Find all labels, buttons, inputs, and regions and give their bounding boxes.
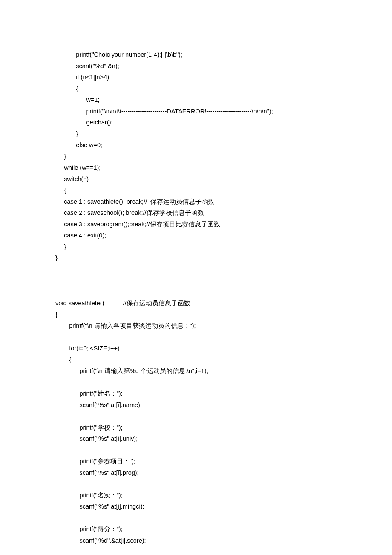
code-line: } [55, 254, 58, 261]
code-line-cjk: 保存运动员信息子函数 [127, 300, 190, 306]
code-line: for(i=0;i<SIZE;i++) [55, 345, 120, 352]
code-line: "); [117, 492, 123, 499]
code-line: { [55, 311, 58, 318]
code-line: } [55, 243, 66, 250]
code-line-cjk: 保存运动员信息子函数 [150, 198, 214, 205]
code-line-cjk: 参赛项目： [98, 458, 130, 465]
code-line: case 1 : saveathlete(); break;// [55, 198, 150, 205]
code-line: else w=0; [55, 142, 102, 148]
code-line-cjk: 请输入第 [104, 367, 130, 374]
code-line: scanf("%s",at[i].prog); [55, 469, 139, 476]
code-line: } [55, 153, 66, 160]
code-line: scanf("%d",&at[i].score); [55, 537, 146, 544]
code-line: printf(" [55, 526, 98, 532]
code-line: :\n",i+1); [185, 367, 208, 374]
code-line: void saveathlete() // [55, 300, 127, 306]
code-line: { [55, 85, 78, 92]
code-line: printf("Choic your number(1-4):[ ]\b\b")… [55, 51, 182, 58]
code-line: case 3 : saveprogram();break;// [55, 221, 150, 228]
code-line: w=1; [55, 96, 100, 103]
code-line: "); [117, 526, 123, 532]
code-block: printf("Choic your number(1-4):[ ]\b\b")… [55, 49, 337, 546]
code-line: if (n<1||n>4) [55, 74, 109, 81]
code-line: getchar(); [55, 119, 113, 126]
code-line: scanf("%s",at[i].univ); [55, 435, 138, 442]
code-line: "); [190, 322, 196, 329]
code-line: "); [117, 390, 123, 397]
code-line: printf(" [55, 390, 98, 397]
code-line-cjk: 保存学校信息子函数 [147, 209, 204, 216]
code-line-cjk: 请输入各项目获奖运动员的信息： [94, 322, 190, 329]
code-line: printf("\n [55, 322, 94, 329]
code-line-cjk: 保存项目比赛信息子函数 [150, 221, 220, 228]
code-line: { [55, 187, 66, 194]
code-line: switch(n) [55, 176, 89, 182]
code-line: scanf("%s",at[i].name); [55, 402, 142, 408]
code-line-cjk: 个运动员的信息 [141, 367, 185, 374]
code-line: } [55, 130, 78, 137]
code-line: printf(" [55, 424, 98, 431]
code-line-cjk: 学校： [98, 424, 117, 431]
code-line: printf("\n [55, 367, 104, 374]
code-line: { [55, 356, 71, 363]
code-line: scanf("%d",&n); [55, 63, 119, 69]
code-line: scanf("%s",at[i].mingci); [55, 503, 144, 510]
code-line: while (w==1); [55, 164, 101, 171]
code-line-cjk: 名次： [98, 492, 117, 499]
code-line: "); [130, 458, 135, 465]
code-line: case 4 : exit(0); [55, 232, 106, 239]
code-line: %d [130, 367, 141, 374]
code-line: printf(" [55, 458, 98, 465]
code-line: printf(" [55, 492, 98, 499]
code-line: case 2 : saveschool(); break;// [55, 209, 147, 216]
code-line-cjk: 姓名： [98, 390, 117, 397]
code-line: printf("\n\n\t\t----------------------DA… [55, 108, 273, 115]
code-line-cjk: 得分： [98, 526, 117, 532]
code-line: "); [117, 424, 123, 431]
